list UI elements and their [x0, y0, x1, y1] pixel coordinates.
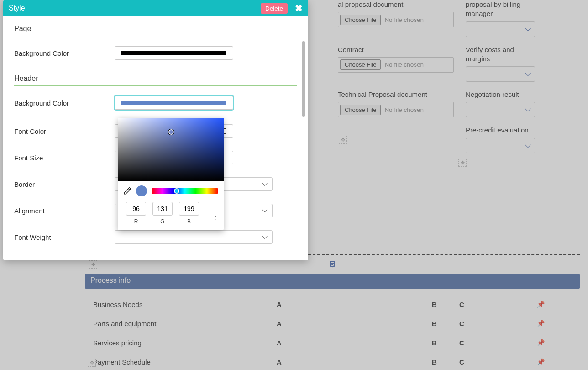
- select-dropdown[interactable]: [466, 138, 535, 153]
- eyedropper-icon[interactable]: [123, 187, 131, 195]
- drag-handle-icon[interactable]: [458, 159, 467, 167]
- no-file-text: No file chosen: [384, 16, 424, 23]
- pin-icon[interactable]: 📌: [537, 358, 545, 365]
- saturation-field[interactable]: [118, 118, 224, 181]
- cell-a: A: [277, 301, 432, 308]
- pin-icon[interactable]: 📌: [537, 339, 545, 346]
- file-chooser[interactable]: Choose File No file chosen: [338, 102, 454, 117]
- field-label: Verify costs and margins: [466, 45, 539, 64]
- css3-icon: [329, 260, 337, 269]
- choose-file-button[interactable]: Choose File: [340, 59, 381, 70]
- rgb-g-input[interactable]: [152, 202, 173, 216]
- section-title: Header: [14, 74, 297, 83]
- field-label: Contract: [338, 45, 457, 54]
- field-label: Technical Proposal document: [338, 90, 457, 99]
- close-icon[interactable]: ✖: [295, 3, 303, 14]
- row-label: Payment Schedule: [85, 358, 277, 366]
- delete-button[interactable]: Delete: [261, 3, 288, 14]
- pin-icon[interactable]: 📌: [537, 301, 545, 308]
- table-row: Business Needs A B C 📌: [85, 295, 580, 314]
- process-info-table: Business Needs A B C 📌 Parts and equipme…: [85, 295, 580, 370]
- table-row: Parts and equipment A B C 📌: [85, 314, 580, 333]
- field-label: al proposal document: [338, 0, 457, 9]
- header-font-weight-select[interactable]: [115, 230, 273, 244]
- scrollbar-thumb[interactable]: [302, 41, 305, 117]
- cell-b: B: [432, 301, 459, 308]
- drag-handle-icon[interactable]: [89, 260, 97, 269]
- prop-label: Font Weight: [14, 233, 115, 241]
- rgb-g-label: G: [160, 218, 164, 225]
- header-bg-color-bar: [121, 101, 226, 105]
- choose-file-button[interactable]: Choose File: [340, 105, 381, 115]
- section-title: Page: [14, 25, 297, 33]
- cell-b: B: [432, 320, 459, 328]
- cell-a: A: [277, 320, 432, 328]
- row-label: Parts and equipment: [85, 320, 277, 328]
- prop-label: Background Color: [14, 49, 115, 57]
- table-row: Services pricing A B C 📌: [85, 333, 580, 352]
- field-label: Pre-credit evaluation: [466, 126, 539, 135]
- cell-a: A: [277, 339, 432, 347]
- rgb-r-input[interactable]: [126, 202, 146, 216]
- file-chooser[interactable]: Choose File No file chosen: [338, 12, 454, 27]
- cell-b: B: [432, 358, 459, 366]
- header-bg-color-swatch[interactable]: [115, 96, 233, 110]
- file-chooser[interactable]: Choose File No file chosen: [338, 57, 454, 73]
- cell-c: C: [459, 358, 537, 366]
- prop-label: Font Size: [14, 154, 115, 162]
- rgb-b-label: B: [187, 218, 191, 225]
- background-form: al proposal document Choose File No file…: [338, 0, 575, 156]
- modal-header: Style Delete ✖: [3, 0, 308, 16]
- section-underline: [14, 36, 297, 36]
- select-dropdown[interactable]: [466, 102, 535, 117]
- process-info-header: Process info: [85, 274, 580, 289]
- page-bg-color-bar: [121, 51, 226, 55]
- process-info-title: Process info: [90, 276, 131, 284]
- hue-slider[interactable]: [152, 188, 218, 194]
- color-picker-popover: R G B ˆˇ: [118, 118, 224, 230]
- table-row: Payment Schedule A B C 📌: [85, 352, 580, 370]
- no-file-text: No file chosen: [384, 61, 424, 68]
- section-underline: [14, 85, 297, 86]
- field-label: Negotiation result: [466, 90, 539, 99]
- hue-slider-cursor[interactable]: [174, 188, 179, 194]
- cell-c: C: [459, 301, 537, 308]
- prop-label: Background Color: [14, 99, 115, 107]
- saturation-cursor[interactable]: [168, 129, 174, 135]
- drag-handle-icon[interactable]: [88, 359, 96, 367]
- cell-c: C: [459, 339, 537, 347]
- prop-label: Alignment: [14, 207, 115, 215]
- cell-a: A: [277, 358, 432, 366]
- cell-c: C: [459, 320, 537, 328]
- select-dropdown[interactable]: [466, 66, 535, 82]
- select-dropdown[interactable]: [466, 21, 535, 37]
- prop-label: Border: [14, 180, 115, 188]
- pin-icon[interactable]: 📌: [537, 320, 545, 327]
- row-label: Services pricing: [85, 339, 277, 347]
- rgb-b-input[interactable]: [179, 202, 199, 216]
- rgb-r-label: R: [134, 218, 138, 225]
- no-file-text: No file chosen: [384, 106, 424, 113]
- modal-title: Style: [9, 4, 261, 12]
- prop-label: Font Color: [14, 127, 115, 135]
- cell-b: B: [432, 339, 459, 347]
- color-mode-toggle[interactable]: ˆˇ: [215, 217, 216, 224]
- current-color-dot: [136, 185, 147, 196]
- page-bg-color-swatch[interactable]: [115, 46, 233, 60]
- field-label: proposal by billing manager: [466, 0, 539, 19]
- row-label: Business Needs: [85, 301, 277, 308]
- choose-file-button[interactable]: Choose File: [340, 15, 381, 25]
